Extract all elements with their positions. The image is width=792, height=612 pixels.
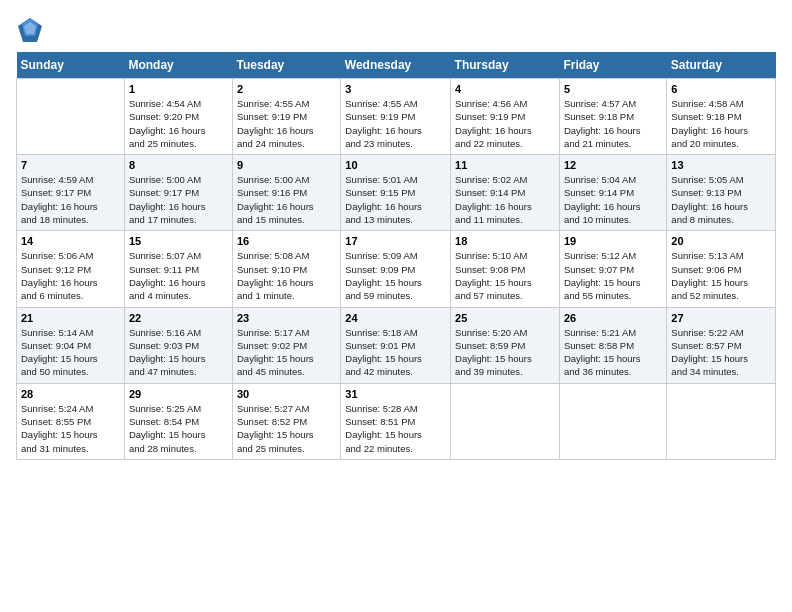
day-info: Sunrise: 5:07 AM Sunset: 9:11 PM Dayligh…: [129, 249, 228, 302]
day-number: 14: [21, 235, 120, 247]
day-number: 9: [237, 159, 336, 171]
day-info: Sunrise: 5:10 AM Sunset: 9:08 PM Dayligh…: [455, 249, 555, 302]
day-info: Sunrise: 5:25 AM Sunset: 8:54 PM Dayligh…: [129, 402, 228, 455]
day-number: 16: [237, 235, 336, 247]
week-row-2: 7Sunrise: 4:59 AM Sunset: 9:17 PM Daylig…: [17, 155, 776, 231]
day-number: 5: [564, 83, 662, 95]
day-cell: 24Sunrise: 5:18 AM Sunset: 9:01 PM Dayli…: [341, 307, 451, 383]
day-number: 26: [564, 312, 662, 324]
day-cell: 20Sunrise: 5:13 AM Sunset: 9:06 PM Dayli…: [667, 231, 776, 307]
day-number: 18: [455, 235, 555, 247]
day-cell: [559, 383, 666, 459]
day-number: 23: [237, 312, 336, 324]
calendar-table: SundayMondayTuesdayWednesdayThursdayFrid…: [16, 52, 776, 460]
day-number: 13: [671, 159, 771, 171]
day-cell: 11Sunrise: 5:02 AM Sunset: 9:14 PM Dayli…: [451, 155, 560, 231]
day-cell: 8Sunrise: 5:00 AM Sunset: 9:17 PM Daylig…: [124, 155, 232, 231]
day-cell: 18Sunrise: 5:10 AM Sunset: 9:08 PM Dayli…: [451, 231, 560, 307]
day-info: Sunrise: 5:14 AM Sunset: 9:04 PM Dayligh…: [21, 326, 120, 379]
day-info: Sunrise: 4:55 AM Sunset: 9:19 PM Dayligh…: [345, 97, 446, 150]
day-cell: 30Sunrise: 5:27 AM Sunset: 8:52 PM Dayli…: [233, 383, 341, 459]
week-row-3: 14Sunrise: 5:06 AM Sunset: 9:12 PM Dayli…: [17, 231, 776, 307]
day-info: Sunrise: 5:24 AM Sunset: 8:55 PM Dayligh…: [21, 402, 120, 455]
day-info: Sunrise: 4:58 AM Sunset: 9:18 PM Dayligh…: [671, 97, 771, 150]
day-header-monday: Monday: [124, 52, 232, 79]
day-info: Sunrise: 5:09 AM Sunset: 9:09 PM Dayligh…: [345, 249, 446, 302]
day-cell: 25Sunrise: 5:20 AM Sunset: 8:59 PM Dayli…: [451, 307, 560, 383]
day-cell: 1Sunrise: 4:54 AM Sunset: 9:20 PM Daylig…: [124, 79, 232, 155]
day-cell: 14Sunrise: 5:06 AM Sunset: 9:12 PM Dayli…: [17, 231, 125, 307]
day-number: 7: [21, 159, 120, 171]
day-cell: 16Sunrise: 5:08 AM Sunset: 9:10 PM Dayli…: [233, 231, 341, 307]
day-cell: 9Sunrise: 5:00 AM Sunset: 9:16 PM Daylig…: [233, 155, 341, 231]
day-cell: [667, 383, 776, 459]
week-row-5: 28Sunrise: 5:24 AM Sunset: 8:55 PM Dayli…: [17, 383, 776, 459]
day-cell: 23Sunrise: 5:17 AM Sunset: 9:02 PM Dayli…: [233, 307, 341, 383]
week-row-4: 21Sunrise: 5:14 AM Sunset: 9:04 PM Dayli…: [17, 307, 776, 383]
day-cell: 22Sunrise: 5:16 AM Sunset: 9:03 PM Dayli…: [124, 307, 232, 383]
day-cell: 26Sunrise: 5:21 AM Sunset: 8:58 PM Dayli…: [559, 307, 666, 383]
day-info: Sunrise: 5:28 AM Sunset: 8:51 PM Dayligh…: [345, 402, 446, 455]
day-number: 19: [564, 235, 662, 247]
day-info: Sunrise: 5:20 AM Sunset: 8:59 PM Dayligh…: [455, 326, 555, 379]
day-cell: 6Sunrise: 4:58 AM Sunset: 9:18 PM Daylig…: [667, 79, 776, 155]
day-header-sunday: Sunday: [17, 52, 125, 79]
day-info: Sunrise: 5:00 AM Sunset: 9:16 PM Dayligh…: [237, 173, 336, 226]
day-cell: 15Sunrise: 5:07 AM Sunset: 9:11 PM Dayli…: [124, 231, 232, 307]
day-info: Sunrise: 5:06 AM Sunset: 9:12 PM Dayligh…: [21, 249, 120, 302]
day-number: 29: [129, 388, 228, 400]
day-number: 4: [455, 83, 555, 95]
day-number: 15: [129, 235, 228, 247]
day-number: 21: [21, 312, 120, 324]
day-cell: 10Sunrise: 5:01 AM Sunset: 9:15 PM Dayli…: [341, 155, 451, 231]
day-cell: 27Sunrise: 5:22 AM Sunset: 8:57 PM Dayli…: [667, 307, 776, 383]
day-info: Sunrise: 4:57 AM Sunset: 9:18 PM Dayligh…: [564, 97, 662, 150]
logo: [16, 16, 48, 44]
header: [16, 16, 776, 44]
day-cell: 7Sunrise: 4:59 AM Sunset: 9:17 PM Daylig…: [17, 155, 125, 231]
day-info: Sunrise: 4:55 AM Sunset: 9:19 PM Dayligh…: [237, 97, 336, 150]
logo-icon: [16, 16, 44, 44]
day-cell: 4Sunrise: 4:56 AM Sunset: 9:19 PM Daylig…: [451, 79, 560, 155]
day-cell: 29Sunrise: 5:25 AM Sunset: 8:54 PM Dayli…: [124, 383, 232, 459]
day-info: Sunrise: 5:18 AM Sunset: 9:01 PM Dayligh…: [345, 326, 446, 379]
day-cell: 28Sunrise: 5:24 AM Sunset: 8:55 PM Dayli…: [17, 383, 125, 459]
day-header-friday: Friday: [559, 52, 666, 79]
day-info: Sunrise: 5:13 AM Sunset: 9:06 PM Dayligh…: [671, 249, 771, 302]
day-header-wednesday: Wednesday: [341, 52, 451, 79]
day-cell: 5Sunrise: 4:57 AM Sunset: 9:18 PM Daylig…: [559, 79, 666, 155]
day-cell: 13Sunrise: 5:05 AM Sunset: 9:13 PM Dayli…: [667, 155, 776, 231]
day-cell: 3Sunrise: 4:55 AM Sunset: 9:19 PM Daylig…: [341, 79, 451, 155]
day-number: 17: [345, 235, 446, 247]
day-number: 6: [671, 83, 771, 95]
day-number: 3: [345, 83, 446, 95]
day-info: Sunrise: 5:21 AM Sunset: 8:58 PM Dayligh…: [564, 326, 662, 379]
day-number: 8: [129, 159, 228, 171]
day-number: 20: [671, 235, 771, 247]
day-header-thursday: Thursday: [451, 52, 560, 79]
week-row-1: 1Sunrise: 4:54 AM Sunset: 9:20 PM Daylig…: [17, 79, 776, 155]
day-number: 28: [21, 388, 120, 400]
day-info: Sunrise: 5:16 AM Sunset: 9:03 PM Dayligh…: [129, 326, 228, 379]
day-number: 24: [345, 312, 446, 324]
day-info: Sunrise: 4:54 AM Sunset: 9:20 PM Dayligh…: [129, 97, 228, 150]
day-cell: 17Sunrise: 5:09 AM Sunset: 9:09 PM Dayli…: [341, 231, 451, 307]
day-info: Sunrise: 5:22 AM Sunset: 8:57 PM Dayligh…: [671, 326, 771, 379]
day-header-tuesday: Tuesday: [233, 52, 341, 79]
day-info: Sunrise: 5:05 AM Sunset: 9:13 PM Dayligh…: [671, 173, 771, 226]
day-info: Sunrise: 5:02 AM Sunset: 9:14 PM Dayligh…: [455, 173, 555, 226]
day-info: Sunrise: 4:56 AM Sunset: 9:19 PM Dayligh…: [455, 97, 555, 150]
day-number: 11: [455, 159, 555, 171]
day-cell: 12Sunrise: 5:04 AM Sunset: 9:14 PM Dayli…: [559, 155, 666, 231]
day-cell: 19Sunrise: 5:12 AM Sunset: 9:07 PM Dayli…: [559, 231, 666, 307]
day-info: Sunrise: 5:12 AM Sunset: 9:07 PM Dayligh…: [564, 249, 662, 302]
day-cell: 31Sunrise: 5:28 AM Sunset: 8:51 PM Dayli…: [341, 383, 451, 459]
day-cell: [17, 79, 125, 155]
day-number: 2: [237, 83, 336, 95]
day-info: Sunrise: 4:59 AM Sunset: 9:17 PM Dayligh…: [21, 173, 120, 226]
day-cell: 2Sunrise: 4:55 AM Sunset: 9:19 PM Daylig…: [233, 79, 341, 155]
day-number: 27: [671, 312, 771, 324]
header-row: SundayMondayTuesdayWednesdayThursdayFrid…: [17, 52, 776, 79]
day-info: Sunrise: 5:08 AM Sunset: 9:10 PM Dayligh…: [237, 249, 336, 302]
day-info: Sunrise: 5:01 AM Sunset: 9:15 PM Dayligh…: [345, 173, 446, 226]
